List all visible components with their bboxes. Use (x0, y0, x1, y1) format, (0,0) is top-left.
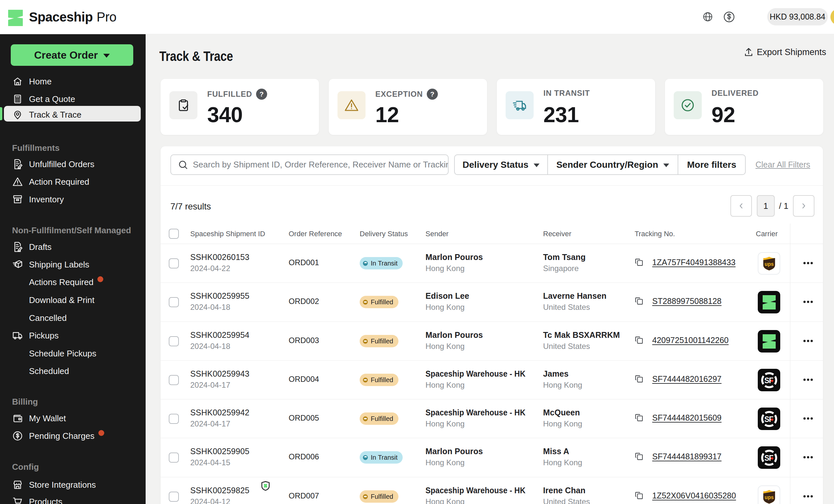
svg-text:ups: ups (765, 261, 774, 267)
svg-text:ups: ups (765, 495, 774, 500)
